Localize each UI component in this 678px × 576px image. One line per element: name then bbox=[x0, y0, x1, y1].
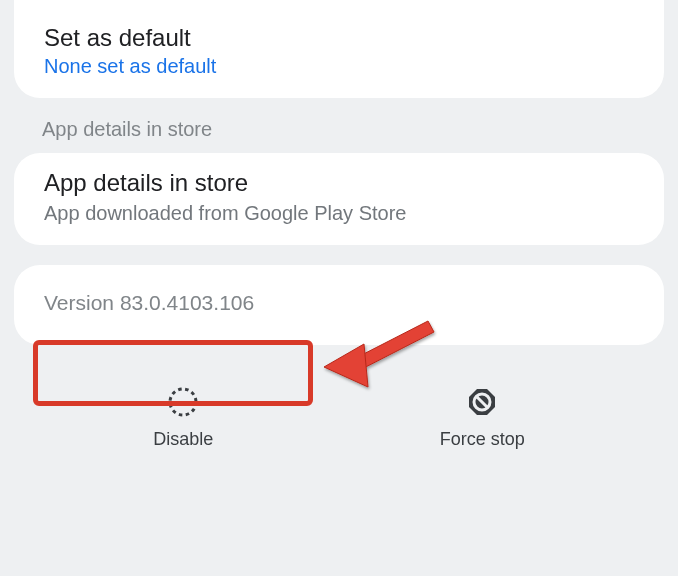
force-stop-label: Force stop bbox=[440, 429, 525, 450]
disable-label: Disable bbox=[153, 429, 213, 450]
section-header-app-details: App details in store bbox=[42, 118, 678, 141]
card-app-details-in-store: App details in store App downloaded from… bbox=[14, 153, 664, 245]
set-as-default-item[interactable]: Set as default None set as default bbox=[14, 8, 664, 98]
set-as-default-subtitle: None set as default bbox=[44, 55, 634, 78]
app-details-in-store-item[interactable]: App details in store App downloaded from… bbox=[14, 153, 664, 245]
force-stop-button[interactable]: Force stop bbox=[400, 379, 565, 456]
app-details-subtitle: App downloaded from Google Play Store bbox=[44, 202, 634, 225]
disable-button[interactable]: Disable bbox=[113, 379, 253, 456]
disable-icon bbox=[166, 385, 200, 419]
app-details-title: App details in store bbox=[44, 167, 634, 198]
card-set-as-default: Set as default None set as default bbox=[14, 0, 664, 98]
version-text: Version 83.0.4103.106 bbox=[44, 291, 634, 315]
set-as-default-title: Set as default bbox=[44, 22, 634, 53]
card-version: Version 83.0.4103.106 bbox=[14, 265, 664, 345]
force-stop-icon bbox=[465, 385, 499, 419]
svg-point-0 bbox=[170, 389, 196, 415]
bottom-action-bar: Disable Force stop bbox=[0, 379, 678, 456]
